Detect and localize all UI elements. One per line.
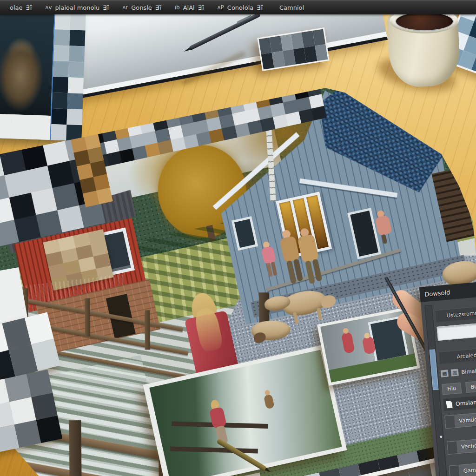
menu-item-5[interactable]: ʌP Conolola ∃ĩ: [211, 0, 270, 14]
menu-label: plaioal monolu: [55, 4, 100, 11]
mosaic-tile: [52, 93, 68, 109]
menu-item-1[interactable]: olae ∃ĩ: [0, 0, 39, 14]
mosaic-tile: [70, 14, 86, 30]
mosaic-tile: [11, 114, 31, 139]
mosaic-tile: [66, 109, 82, 125]
mosaic-tile: [68, 61, 84, 78]
menu-glyph: ʌv: [45, 4, 52, 11]
menu-label: Camniol: [279, 4, 304, 11]
button-label: Vamdonmell: [459, 415, 476, 424]
ai-badge-icon: ∃ĩ: [26, 4, 33, 11]
cat-photo-mosaic-bottom: [0, 114, 51, 140]
coffee-surface: [396, 13, 453, 30]
leg: [381, 234, 387, 244]
menu-bar: olae ∃ĩ ʌv plaioal monolu ∃ĩ ʌr Gonsle ∃…: [0, 0, 476, 14]
mosaic-tile: [53, 61, 69, 77]
button-icon-slot: [447, 441, 458, 454]
fence-post: [85, 298, 90, 337]
grid-icon[interactable]: ▦: [441, 370, 449, 377]
menu-item-4[interactable]: ıb AlAl ∃ĩ: [168, 0, 211, 14]
document-icon: [446, 401, 453, 409]
ai-badge-icon: ∃ĩ: [257, 4, 263, 11]
panel-title: Dowsold: [424, 289, 450, 298]
file-label: Omslanal: [456, 398, 476, 407]
mosaic-tile: [53, 77, 68, 93]
cat-photo-mosaic-border: [50, 13, 86, 141]
menu-item-6[interactable]: Camniol: [270, 0, 314, 14]
fence-post: [145, 310, 150, 350]
foreground-fence-post: [69, 420, 81, 476]
mosaic-tile: [30, 115, 51, 140]
menu-label: Gonsle: [131, 4, 152, 11]
button-label: Gamolale: [463, 465, 476, 474]
tab-bu[interactable]: Bu: [465, 381, 476, 393]
red-top: [341, 332, 355, 354]
mosaic-tile: [69, 46, 85, 62]
mosaic-tile: [68, 77, 84, 93]
button-icon-slot: [450, 465, 460, 476]
mosaic-tile: [54, 29, 70, 46]
mosaic-tile: [96, 188, 113, 205]
menu-item-3[interactable]: ʌr Gonsle ∃ĩ: [116, 0, 168, 14]
ai-badge-icon: ∃ĩ: [103, 4, 109, 11]
mosaic-tile: [0, 114, 12, 139]
cat-reference-photo: [0, 12, 85, 141]
button-label: Vechoid: [461, 442, 476, 450]
mosaic-tile: [69, 30, 85, 46]
tan-jacket: [297, 234, 319, 263]
panel-tool-icons: ▦ ▥ Bimalol Gill: [441, 365, 476, 377]
tab-filu[interactable]: Filu: [442, 383, 461, 395]
menu-glyph: ʌr: [122, 4, 128, 11]
panel-tabs: Filu Bu: [442, 379, 476, 395]
mosaic-tile: [67, 93, 83, 109]
panel-button-1[interactable]: Vamdonmell: [444, 411, 476, 429]
body: [264, 394, 275, 410]
mosaic-tile: [53, 45, 69, 61]
mosaic-tile: [312, 29, 325, 46]
mosaic-tile: [51, 108, 67, 125]
menu-label: olae: [10, 4, 23, 11]
mosaic-tile: [36, 416, 62, 443]
red-top: [362, 336, 376, 355]
panel-label-top: Ustezsromm: [435, 305, 476, 322]
scrollbar-thumb[interactable]: [430, 350, 439, 390]
salmon-top: [375, 215, 392, 236]
menu-glyph: ʌP: [218, 4, 224, 11]
red-top: [209, 406, 227, 428]
mosaic-tile: [51, 124, 66, 140]
menu-label: Conolola: [227, 4, 253, 11]
tools-label: Bimalol Gill: [461, 366, 476, 376]
panel-file-row[interactable]: Omslanal: [443, 394, 476, 411]
menu-label: AlAl: [183, 4, 195, 11]
panel-input-field[interactable]: [437, 322, 476, 341]
panel-button-2[interactable]: Vechoid: [447, 437, 476, 455]
ai-badge-icon: ∃ĩ: [155, 4, 162, 11]
cat-image: [0, 12, 54, 116]
mosaic-tile: [55, 13, 71, 30]
panel-label-mid: Arcaled: [439, 347, 476, 364]
mosaic-tile: [315, 44, 328, 61]
inset-figure-red: [206, 398, 231, 445]
workspace-scene: Dowsold ▤ Ustezsromm Arcaled ▦ ▥ Bimalol…: [0, 0, 476, 476]
rows-icon[interactable]: ▥: [451, 369, 459, 376]
inset-fence-rail: [170, 446, 258, 453]
panel-button-3[interactable]: Gamolale: [449, 461, 476, 476]
menu-item-2[interactable]: ʌv plaioal monolu ∃ĩ: [39, 0, 116, 14]
button-icon-slot: [445, 415, 456, 428]
ai-badge-icon: ∃ĩ: [198, 4, 205, 11]
menu-glyph: ıb: [175, 4, 180, 11]
inset-figure-small: [262, 391, 277, 417]
inset-figure-red: [341, 329, 358, 363]
